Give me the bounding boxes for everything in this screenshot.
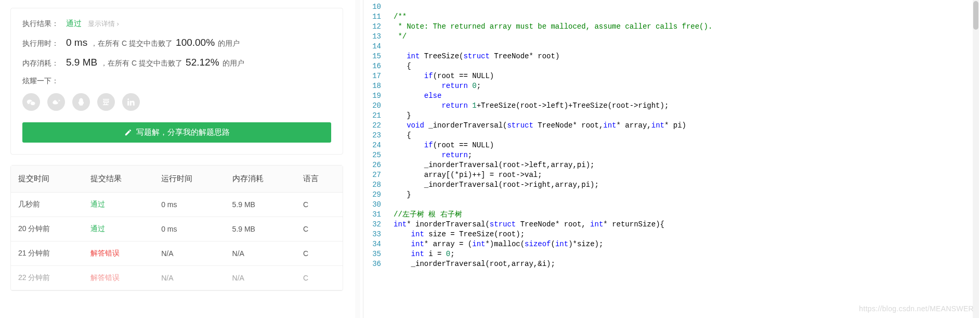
code-line[interactable]: 14 bbox=[363, 42, 980, 52]
line-number: 35 bbox=[363, 249, 388, 259]
cell-result[interactable]: 解答错误 bbox=[83, 266, 154, 290]
code-line[interactable]: 19 else bbox=[363, 91, 980, 101]
code-text[interactable]: _inorderTraversal(root->right,array,pi); bbox=[388, 180, 599, 190]
code-line[interactable]: 22 void _inorderTraversal(struct TreeNod… bbox=[363, 121, 980, 131]
code-text[interactable]: int i = 0; bbox=[388, 249, 455, 259]
code-text[interactable]: //左子树 根 右子树 bbox=[388, 210, 462, 220]
code-line[interactable]: 20 return 1+TreeSize(root->left)+TreeSiz… bbox=[363, 101, 980, 111]
show-detail-link[interactable]: 显示详情 bbox=[88, 19, 119, 29]
code-line[interactable]: 34 int* array = (int*)malloc(sizeof(int)… bbox=[363, 239, 980, 249]
cell-result[interactable]: 解答错误 bbox=[83, 241, 154, 266]
weibo-icon[interactable] bbox=[47, 93, 65, 111]
exec-result-label: 执行结果： bbox=[22, 19, 59, 29]
code-line[interactable]: 15 int TreeSize(struct TreeNode* root) bbox=[363, 52, 980, 61]
code-text[interactable]: if(root == NULL) bbox=[388, 71, 494, 81]
col-submit-time: 提交时间 bbox=[11, 166, 83, 193]
code-text[interactable] bbox=[388, 42, 394, 52]
qq-icon[interactable] bbox=[72, 93, 90, 111]
line-number: 14 bbox=[363, 42, 388, 52]
write-solution-button[interactable]: 写题解，分享我的解题思路 bbox=[22, 122, 331, 143]
code-line[interactable]: 36 _inorderTraversal(root,array,&i); bbox=[363, 259, 980, 269]
code-text[interactable]: array[(*pi)++] = root->val; bbox=[388, 170, 542, 180]
line-number: 22 bbox=[363, 121, 388, 131]
code-text[interactable] bbox=[388, 200, 394, 210]
line-number: 23 bbox=[363, 131, 388, 141]
line-number: 12 bbox=[363, 22, 388, 32]
douban-icon[interactable] bbox=[97, 93, 115, 111]
code-line[interactable]: 27 array[(*pi)++] = root->val; bbox=[363, 170, 980, 180]
linkedin-icon[interactable] bbox=[122, 93, 140, 111]
code-text[interactable]: int* inorderTraversal(struct TreeNode* r… bbox=[388, 220, 664, 230]
line-number: 33 bbox=[363, 230, 388, 239]
table-row[interactable]: 21 分钟前解答错误N/AN/AC bbox=[11, 241, 343, 266]
line-number: 15 bbox=[363, 52, 388, 61]
line-number: 32 bbox=[363, 220, 388, 230]
cell-result[interactable]: 通过 bbox=[83, 217, 154, 241]
code-text[interactable] bbox=[388, 2, 394, 12]
cell-memory: N/A bbox=[225, 266, 296, 290]
code-text[interactable]: int* array = (int*)malloc(sizeof(int)*si… bbox=[388, 239, 603, 249]
cell-time: 21 分钟前 bbox=[11, 241, 83, 266]
code-line[interactable]: 31//左子树 根 右子树 bbox=[363, 210, 980, 220]
code-text[interactable]: { bbox=[388, 131, 411, 141]
cell-time: 22 分钟前 bbox=[11, 266, 83, 290]
code-line[interactable]: 12 * Note: The returned array must be ma… bbox=[363, 22, 980, 32]
code-text[interactable]: return 1+TreeSize(root->left)+TreeSize(r… bbox=[388, 101, 669, 111]
mem-value: 5.9 MB bbox=[66, 57, 97, 68]
cell-lang: C bbox=[296, 266, 343, 290]
code-text[interactable]: */ bbox=[388, 32, 407, 42]
table-row[interactable]: 22 分钟前解答错误N/AN/AC bbox=[11, 266, 343, 290]
code-line[interactable]: 28 _inorderTraversal(root->right,array,p… bbox=[363, 180, 980, 190]
code-text[interactable]: _inorderTraversal(root->left,array,pi); bbox=[388, 160, 594, 170]
mem-prefix: ，在所有 C 提交中击败了 bbox=[100, 59, 182, 68]
cell-memory: 5.9 MB bbox=[225, 193, 296, 217]
code-line[interactable]: 25 return; bbox=[363, 150, 980, 160]
left-scrollbar[interactable] bbox=[354, 0, 363, 318]
code-line[interactable]: 21 } bbox=[363, 111, 980, 121]
status-badge: 通过 bbox=[66, 19, 82, 29]
code-line[interactable]: 30 bbox=[363, 200, 980, 210]
code-text[interactable]: void _inorderTraversal(struct TreeNode* … bbox=[388, 121, 686, 131]
code-text[interactable]: * Note: The returned array must be mallo… bbox=[388, 22, 712, 32]
code-editor[interactable]: 1011/**12 * Note: The returned array mus… bbox=[363, 0, 980, 318]
code-text[interactable]: int TreeSize(struct TreeNode* root) bbox=[388, 52, 559, 61]
cell-lang: C bbox=[296, 193, 343, 217]
table-row[interactable]: 几秒前通过0 ms5.9 MBC bbox=[11, 193, 343, 217]
code-line[interactable]: 23 { bbox=[363, 131, 980, 141]
code-text[interactable]: } bbox=[388, 111, 411, 121]
cell-result[interactable]: 通过 bbox=[83, 193, 154, 217]
code-text[interactable]: { bbox=[388, 61, 411, 71]
code-text[interactable]: } bbox=[388, 190, 411, 200]
result-card: 执行结果： 通过 显示详情 执行用时： 0 ms ，在所有 C 提交中击败了 1… bbox=[10, 8, 343, 155]
code-text[interactable]: return 0; bbox=[388, 81, 481, 91]
code-text[interactable]: int size = TreeSize(root); bbox=[388, 230, 525, 239]
code-text[interactable]: /** bbox=[388, 12, 407, 22]
code-line[interactable]: 18 return 0; bbox=[363, 81, 980, 91]
code-line[interactable]: 32int* inorderTraversal(struct TreeNode*… bbox=[363, 220, 980, 230]
submissions-table-card: 提交时间 提交结果 运行时间 内存消耗 语言 几秒前通过0 ms5.9 MBC2… bbox=[10, 165, 343, 291]
cell-runtime: 0 ms bbox=[154, 217, 225, 241]
code-line[interactable]: 17 if(root == NULL) bbox=[363, 71, 980, 81]
line-number: 29 bbox=[363, 190, 388, 200]
code-line[interactable]: 16 { bbox=[363, 61, 980, 71]
code-line[interactable]: 26 _inorderTraversal(root->left,array,pi… bbox=[363, 160, 980, 170]
code-line[interactable]: 13 */ bbox=[363, 32, 980, 42]
line-number: 31 bbox=[363, 210, 388, 220]
code-text[interactable]: if(root == NULL) bbox=[388, 141, 494, 150]
line-number: 18 bbox=[363, 81, 388, 91]
line-number: 27 bbox=[363, 170, 388, 180]
write-solution-label: 写题解，分享我的解题思路 bbox=[136, 128, 230, 137]
code-line[interactable]: 10 bbox=[363, 2, 980, 12]
code-line[interactable]: 35 int i = 0; bbox=[363, 249, 980, 259]
code-line[interactable]: 29 } bbox=[363, 190, 980, 200]
code-line[interactable]: 24 if(root == NULL) bbox=[363, 141, 980, 150]
code-text[interactable]: else bbox=[388, 91, 441, 101]
editor-scrollbar[interactable] bbox=[973, 0, 979, 318]
wechat-icon[interactable] bbox=[22, 93, 40, 111]
code-text[interactable]: return; bbox=[388, 150, 472, 160]
code-line[interactable]: 33 int size = TreeSize(root); bbox=[363, 230, 980, 239]
table-row[interactable]: 20 分钟前通过0 ms5.9 MBC bbox=[11, 217, 343, 241]
code-line[interactable]: 11/** bbox=[363, 12, 980, 22]
code-text[interactable]: _inorderTraversal(root,array,&i); bbox=[388, 259, 555, 269]
line-number: 11 bbox=[363, 12, 388, 22]
